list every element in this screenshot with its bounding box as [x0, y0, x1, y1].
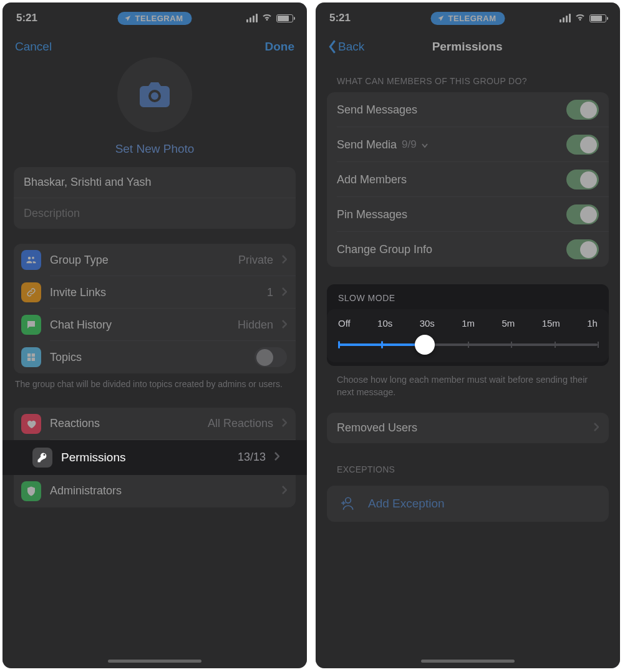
chevron-right-icon: [594, 421, 599, 434]
page-title: Permissions: [432, 40, 503, 54]
invite-links-icon: [21, 282, 41, 302]
slow-label-5m: 5m: [502, 318, 515, 329]
battery-icon: [276, 14, 293, 22]
slow-mode-block: SLOW MODE Off 10s 30s 1m 5m 15m 1h: [327, 284, 609, 366]
phone-left-group-edit: 5:21 TELEGRAM Cancel Done Set New Photo …: [2, 2, 307, 668]
add-members-toggle[interactable]: [566, 170, 599, 190]
change-info-row[interactable]: Change Group Info: [327, 232, 609, 267]
slow-mode-panel: Off 10s 30s 1m 5m 15m 1h: [327, 309, 609, 362]
send-messages-row[interactable]: Send Messages: [327, 92, 609, 127]
cancel-button[interactable]: Cancel: [15, 40, 52, 54]
reactions-value: All Reactions: [208, 417, 273, 430]
chevron-right-icon: [282, 286, 287, 299]
section-header-what: WHAT CAN MEMBERS OF THIS GROUP DO?: [316, 57, 620, 92]
permissions-row-highlight[interactable]: Permissions 13/13: [2, 440, 307, 475]
administrators-label: Administrators: [50, 484, 273, 497]
add-members-row[interactable]: Add Members: [327, 162, 609, 197]
status-time: 5:21: [16, 12, 60, 24]
reactions-row[interactable]: Reactions All Reactions: [14, 408, 296, 440]
nav-bar: Cancel Done: [2, 34, 307, 57]
slow-label-1m: 1m: [462, 318, 475, 329]
slow-label-1h: 1h: [587, 318, 598, 329]
group-type-value: Private: [238, 254, 273, 267]
pin-messages-label: Pin Messages: [337, 208, 407, 221]
exceptions-header: EXCEPTIONS: [316, 443, 620, 481]
removed-users-row[interactable]: Removed Users: [327, 413, 609, 443]
topics-label: Topics: [50, 351, 246, 364]
reactions-icon: [21, 414, 41, 434]
invite-links-label: Invite Links: [50, 286, 258, 299]
wifi-icon: [574, 11, 586, 26]
home-indicator[interactable]: [108, 660, 201, 663]
change-info-toggle[interactable]: [566, 239, 599, 259]
chat-history-label: Chat History: [50, 319, 229, 332]
topics-toggle[interactable]: [254, 347, 287, 367]
add-exception-button[interactable]: Add Exception: [327, 486, 609, 522]
status-pill-label: TELEGRAM: [135, 14, 183, 23]
topics-icon: [21, 347, 41, 367]
add-person-icon: [339, 496, 356, 512]
administrators-icon: [21, 481, 41, 501]
send-media-row[interactable]: Send Media 9/9: [327, 127, 609, 162]
camera-icon: [140, 82, 170, 107]
group-description-input[interactable]: Description: [14, 198, 296, 229]
status-right: [560, 11, 606, 26]
permissions-icon: [32, 448, 52, 468]
slow-label-30s: 30s: [420, 318, 435, 329]
slow-mode-header: SLOW MODE: [327, 284, 609, 309]
chevron-right-icon: [282, 319, 287, 332]
set-photo-avatar[interactable]: [117, 57, 192, 132]
chevron-right-icon: [282, 484, 287, 497]
topics-footer-text: The group chat will be divided into topi…: [2, 373, 307, 390]
status-bar: 5:21 TELEGRAM: [2, 2, 307, 34]
slow-mode-caption: Choose how long each member must wait be…: [316, 366, 620, 399]
group-name-input[interactable]: Bhaskar, Srishti and Yash: [14, 167, 296, 198]
pin-messages-row[interactable]: Pin Messages: [327, 197, 609, 232]
send-media-count: 9/9: [402, 138, 417, 151]
chat-history-icon: [21, 315, 41, 335]
add-members-label: Add Members: [337, 173, 407, 186]
group-type-row[interactable]: Group Type Private: [14, 244, 296, 276]
group-type-label: Group Type: [50, 254, 230, 267]
status-bar: 5:21 TELEGRAM: [316, 2, 620, 34]
add-exception-card: Add Exception: [327, 486, 609, 522]
battery-icon: [589, 14, 606, 22]
pin-messages-toggle[interactable]: [566, 204, 599, 224]
status-pill-label: TELEGRAM: [448, 14, 497, 23]
done-button[interactable]: Done: [265, 40, 295, 54]
slider-thumb[interactable]: [415, 335, 435, 355]
permissions-card: Send Messages Send Media 9/9 Add Members…: [327, 92, 609, 267]
group-info-card: Bhaskar, Srishti and Yash Description: [14, 167, 296, 229]
chevron-right-icon: [274, 452, 279, 463]
slow-mode-slider[interactable]: [338, 343, 598, 346]
send-messages-label: Send Messages: [337, 103, 417, 117]
chevron-right-icon: [282, 254, 287, 267]
slow-mode-labels: Off 10s 30s 1m 5m 15m 1h: [338, 318, 598, 329]
status-pill-telegram[interactable]: TELEGRAM: [431, 12, 505, 25]
send-media-toggle[interactable]: [566, 135, 599, 155]
invite-links-value: 1: [267, 286, 273, 299]
home-indicator[interactable]: [421, 660, 515, 663]
status-pill-telegram[interactable]: TELEGRAM: [118, 12, 192, 25]
topics-row[interactable]: Topics: [14, 341, 296, 373]
management-card: Reactions All Reactions Permissions 13/1…: [14, 408, 296, 507]
avatar-area: Set New Photo: [2, 57, 307, 156]
cellular-icon: [560, 14, 571, 22]
set-new-photo-button[interactable]: Set New Photo: [2, 142, 307, 156]
send-messages-toggle[interactable]: [566, 100, 599, 120]
invite-links-row[interactable]: Invite Links 1: [14, 276, 296, 309]
back-label: Back: [338, 40, 364, 54]
chevron-left-icon: [328, 40, 337, 54]
slow-label-off: Off: [338, 318, 351, 329]
chat-history-row[interactable]: Chat History Hidden: [14, 309, 296, 341]
nav-bar: Back Permissions: [316, 34, 620, 57]
permissions-label: Permissions: [61, 451, 229, 464]
status-right: [246, 11, 293, 26]
telegram-plane-icon: [124, 14, 132, 22]
administrators-row[interactable]: Administrators: [14, 475, 296, 507]
removed-users-label: Removed Users: [337, 421, 594, 434]
phone-right-permissions: 5:21 TELEGRAM Back Permissions WHAT CAN …: [316, 2, 620, 668]
svg-point-0: [346, 497, 351, 503]
change-info-label: Change Group Info: [337, 243, 432, 256]
back-button[interactable]: Back: [328, 40, 364, 54]
